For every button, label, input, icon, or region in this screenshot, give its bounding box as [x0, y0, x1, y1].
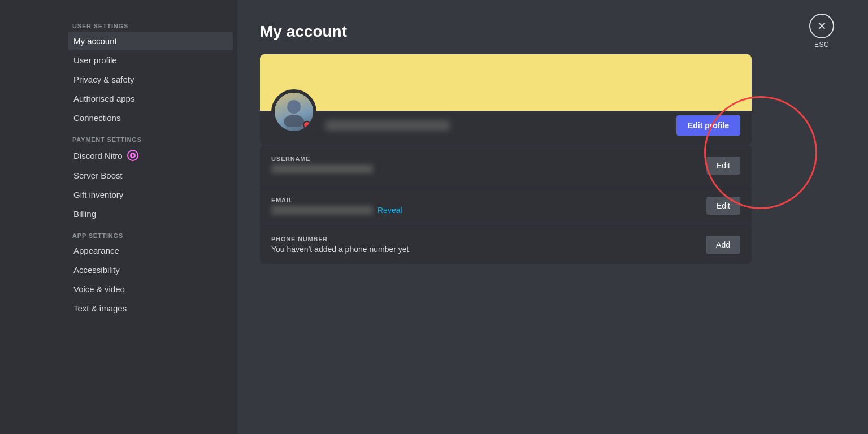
sidebar-item-my-account[interactable]: My account: [68, 32, 233, 50]
svg-point-3: [287, 100, 301, 114]
svg-point-2: [132, 154, 134, 157]
profile-info-row: Edit profile: [260, 111, 752, 145]
username-label: USERNAME: [271, 155, 706, 162]
close-button-area[interactable]: ✕ ESC: [809, 14, 834, 49]
fields-section: USERNAME Edit EMAIL Reveal Edit PHONE NU…: [260, 145, 752, 264]
profile-banner: [260, 54, 752, 111]
sidebar-item-appearance[interactable]: Appearance: [68, 241, 233, 260]
nitro-icon: [127, 150, 138, 161]
username-value-blurred: [271, 164, 373, 173]
close-icon: ✕: [817, 19, 827, 33]
sidebar-item-billing[interactable]: Billing: [68, 205, 233, 223]
svg-point-4: [284, 115, 304, 127]
phone-label: PHONE NUMBER: [271, 236, 706, 242]
email-value-blurred: [271, 206, 373, 215]
edit-profile-button[interactable]: Edit profile: [676, 115, 740, 136]
email-edit-button[interactable]: Edit: [706, 197, 740, 215]
payment-settings-section-label: PAYMENT SETTINGS: [68, 136, 233, 143]
close-button[interactable]: ✕: [809, 14, 834, 38]
sidebar-item-user-profile[interactable]: User profile: [68, 51, 233, 70]
page-title: My account: [260, 23, 845, 41]
avatar: [271, 89, 316, 134]
username-field-content: USERNAME: [271, 155, 706, 176]
sidebar-item-authorised-apps[interactable]: Authorised apps: [68, 89, 233, 108]
email-label: EMAIL: [271, 197, 706, 203]
sidebar-item-accessibility[interactable]: Accessibility: [68, 261, 233, 279]
avatar-status-indicator: [303, 121, 311, 129]
close-label: ESC: [814, 41, 829, 49]
sidebar-item-gift-inventory[interactable]: Gift inventory: [68, 185, 233, 204]
phone-value-text: You haven't added a phone number yet.: [271, 245, 706, 254]
sidebar-item-voice-video[interactable]: Voice & video: [68, 280, 233, 298]
app-settings-section-label: APP SETTINGS: [68, 232, 233, 239]
username-field-row: USERNAME Edit: [260, 145, 752, 186]
sidebar: USER SETTINGS My account User profile Pr…: [0, 0, 237, 434]
sidebar-item-discord-nitro[interactable]: Discord Nitro: [68, 145, 233, 166]
phone-field-row: PHONE NUMBER You haven't added a phone n…: [260, 225, 752, 264]
profile-username-blurred: [326, 120, 450, 131]
phone-field-content: PHONE NUMBER You haven't added a phone n…: [271, 236, 706, 254]
profile-card: Edit profile: [260, 54, 752, 145]
user-settings-section-label: USER SETTINGS: [68, 23, 233, 29]
sidebar-item-privacy-safety[interactable]: Privacy & safety: [68, 70, 233, 89]
profile-username-area: [316, 116, 676, 131]
sidebar-item-connections[interactable]: Connections: [68, 108, 233, 127]
email-field-content: EMAIL Reveal: [271, 197, 706, 215]
email-value-row: Reveal: [271, 206, 706, 215]
phone-add-button[interactable]: Add: [706, 236, 740, 254]
email-field-row: EMAIL Reveal Edit: [260, 186, 752, 225]
username-edit-button[interactable]: Edit: [706, 157, 740, 175]
reveal-email-link[interactable]: Reveal: [377, 206, 402, 215]
sidebar-item-text-images[interactable]: Text & images: [68, 299, 233, 318]
sidebar-item-server-boost[interactable]: Server Boost: [68, 166, 233, 185]
main-content: ✕ ESC My account Edit profile: [237, 0, 868, 434]
